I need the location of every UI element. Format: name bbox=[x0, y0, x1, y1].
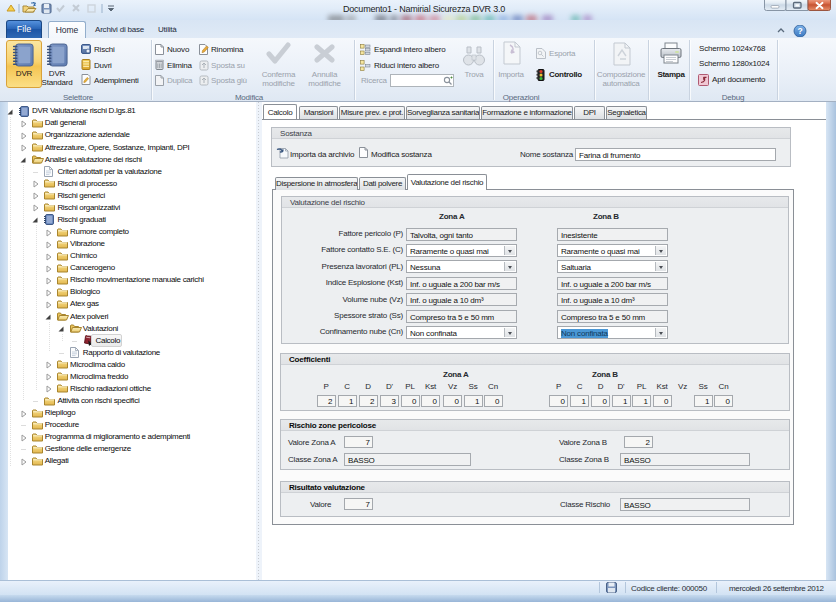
svg-text:?: ? bbox=[797, 26, 802, 36]
